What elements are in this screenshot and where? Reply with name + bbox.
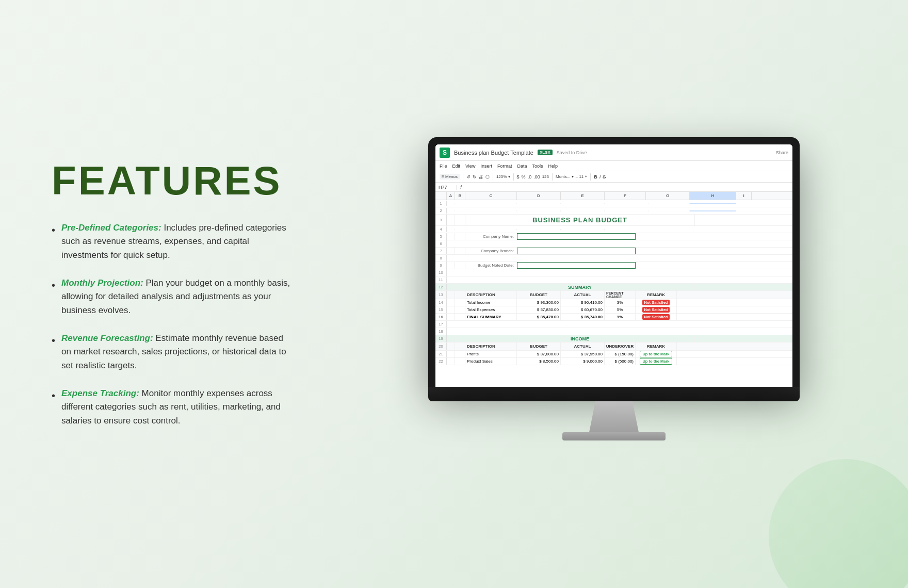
cell[interactable] [455,203,465,204]
toolbar-paint[interactable]: ⬡ [485,174,490,179]
cell[interactable] [465,210,517,211]
cell[interactable] [447,284,455,290]
menu-insert[interactable]: Insert [480,164,492,169]
cell[interactable] [455,342,465,350]
cell[interactable] [455,335,465,342]
cell[interactable] [455,314,465,320]
cell[interactable] [447,314,455,320]
cell[interactable] [517,229,561,230]
cell[interactable] [517,210,561,211]
col-header-i[interactable]: I [736,192,752,200]
table-row: 6 [435,240,792,248]
cell[interactable] [447,299,455,306]
cell[interactable] [561,229,605,230]
cell[interactable] [455,233,465,240]
toolbar-percent[interactable]: % [522,174,526,179]
cell-ref[interactable]: H77 [439,185,453,190]
menu-help[interactable]: Help [548,164,558,169]
cell[interactable] [455,306,465,313]
cell[interactable] [517,203,561,204]
cell[interactable] [447,342,455,350]
cell[interactable] [455,291,465,299]
toolbar-decimal-less[interactable]: .00 [533,174,540,179]
cell[interactable] [455,351,465,357]
cell[interactable] [690,203,736,204]
col-header-f[interactable]: F [605,192,646,200]
cell[interactable] [447,203,455,204]
menu-view[interactable]: View [465,164,475,169]
toolbar-menu-btn[interactable]: ≡ Menus [440,174,460,179]
toolbar-zoom[interactable]: 125% ▾ [496,174,510,179]
cell[interactable] [648,210,690,211]
cell[interactable] [447,248,455,254]
table-row: 2 [435,207,792,215]
cell[interactable] [605,203,648,204]
cell[interactable] [465,203,517,204]
col-header-d[interactable]: D [517,192,561,200]
cell[interactable] [455,229,465,230]
cell[interactable] [455,284,465,290]
menu-tools[interactable]: Tools [532,164,543,169]
toolbar-font-size[interactable]: – 11 + [576,174,587,179]
cell[interactable] [447,262,455,269]
income-row1-desc: Profits [465,351,517,357]
sheets-topbar: S Business plan Budget Template XLSX Sav… [435,144,792,161]
toolbar-font[interactable]: Monts... ▾ [556,174,574,179]
toolbar-strikethrough[interactable]: S [603,174,606,179]
summary-row1-desc: Total Income [465,299,517,306]
col-header-e[interactable]: E [561,192,605,200]
menu-edit[interactable]: Edit [452,164,461,169]
share-button[interactable]: Share [776,150,788,155]
budget-title-cell[interactable]: BUSINESS PLAN BUDGET [465,215,695,225]
cell[interactable] [447,233,455,240]
cell[interactable] [561,203,605,204]
company-branch-input[interactable] [517,248,636,254]
cell[interactable] [447,335,455,342]
row-num: 17 [435,321,447,328]
toolbar-format-num[interactable]: 123 [542,174,549,179]
table-row: 16 FINAL SUMMARY $ 35,470.00 $ 35,740.00… [435,314,792,321]
cell[interactable] [455,215,465,225]
cell[interactable] [455,299,465,306]
cell[interactable] [648,203,690,204]
cell[interactable] [690,210,736,211]
cell[interactable] [447,351,455,357]
col-header-g[interactable]: G [646,192,690,200]
toolbar-undo[interactable]: ↺ [466,174,471,179]
income-row1-actual: $ 37,950.00 [561,351,605,357]
row-num: 5 [435,233,447,240]
cell[interactable] [447,215,455,225]
col-header-h[interactable]: H [690,192,736,200]
cell[interactable] [455,358,465,365]
cell[interactable] [447,210,455,211]
menu-file[interactable]: File [440,164,447,169]
cell[interactable] [605,210,648,211]
cell[interactable] [465,229,517,230]
company-name-input[interactable] [517,233,636,240]
toolbar-currency[interactable]: $ [517,174,520,179]
col-header-c[interactable]: C [465,192,517,200]
cell[interactable] [561,210,605,211]
col-header-a[interactable]: A [447,192,455,200]
table-row: 1 [435,200,792,207]
toolbar-italic[interactable]: I [599,174,601,179]
cell[interactable] [455,262,465,269]
feature-text-3: Revenue Forecasting: Estimate monthly re… [61,332,294,372]
toolbar-redo[interactable]: ↻ [473,174,477,179]
income-row1-remark: Up to the Mark [636,351,677,357]
cell[interactable] [455,248,465,254]
menu-format[interactable]: Format [497,164,512,169]
toolbar-print[interactable]: 🖨 [479,174,483,179]
row-num: 13 [435,291,447,299]
summary-row1-remark: Not Satisfied [636,299,677,306]
budget-date-input[interactable] [517,262,636,269]
cell[interactable] [447,229,455,230]
cell[interactable] [447,291,455,299]
cell[interactable] [447,358,455,365]
toolbar-decimal-more[interactable]: .0 [528,174,532,179]
col-header-b[interactable]: B [455,192,465,200]
menu-data[interactable]: Data [517,164,527,169]
cell[interactable] [455,210,465,211]
cell[interactable] [447,306,455,313]
toolbar-bold[interactable]: B [594,174,597,179]
